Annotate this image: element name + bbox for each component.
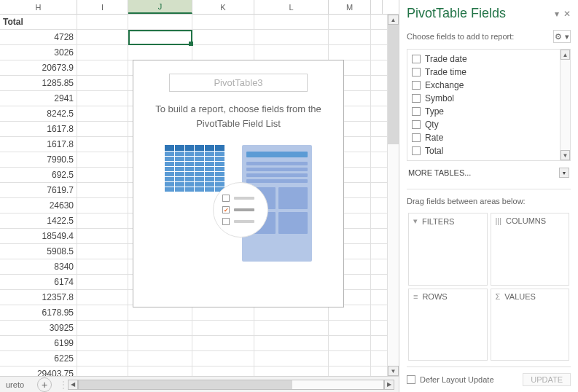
- field-item[interactable]: Exchange: [410, 79, 567, 92]
- cell[interactable]: 1422.5: [0, 213, 77, 228]
- field-checkbox[interactable]: [412, 133, 421, 142]
- cell[interactable]: [77, 91, 128, 106]
- scroll-right-icon[interactable]: ▶: [384, 380, 394, 390]
- cell[interactable]: [77, 106, 128, 121]
- cell[interactable]: [77, 275, 128, 289]
- cell[interactable]: [192, 351, 254, 366]
- cell[interactable]: [192, 30, 254, 44]
- cell[interactable]: [254, 366, 329, 376]
- field-item[interactable]: Rate: [410, 131, 567, 144]
- cell[interactable]: [77, 122, 128, 136]
- cell[interactable]: [77, 45, 128, 60]
- cell[interactable]: [77, 76, 128, 90]
- cell[interactable]: [128, 321, 192, 335]
- cell[interactable]: 7619.7: [0, 183, 77, 197]
- scroll-up-icon[interactable]: ▲: [388, 15, 399, 25]
- col-header-i[interactable]: I: [77, 0, 128, 14]
- cell[interactable]: 5908.5: [0, 244, 77, 259]
- cell[interactable]: [192, 321, 254, 335]
- cell[interactable]: 8340: [0, 259, 77, 274]
- add-sheet-button[interactable]: +: [37, 377, 52, 392]
- col-header-h[interactable]: H: [0, 0, 77, 14]
- cell[interactable]: [329, 351, 371, 366]
- field-scroll-down-icon[interactable]: ▼: [561, 150, 570, 160]
- cell[interactable]: 12357.8: [0, 290, 77, 305]
- cell[interactable]: [77, 15, 128, 29]
- cell[interactable]: [128, 15, 192, 29]
- cell[interactable]: [128, 45, 192, 60]
- grid-body[interactable]: Total4728302620673.91285.8529418242.5161…: [0, 15, 399, 376]
- cell[interactable]: [77, 366, 128, 376]
- cell[interactable]: 1617.8: [0, 137, 77, 152]
- cell[interactable]: [329, 321, 371, 335]
- cell[interactable]: [77, 321, 128, 335]
- cell[interactable]: 8242.5: [0, 106, 77, 121]
- cell[interactable]: 2941: [0, 91, 77, 106]
- cell[interactable]: [329, 305, 371, 320]
- field-checkbox[interactable]: [412, 81, 421, 90]
- cell[interactable]: [254, 15, 329, 29]
- pane-dropdown-icon[interactable]: ▾: [555, 9, 559, 19]
- cell[interactable]: [128, 305, 192, 320]
- hscroll-thumb[interactable]: [79, 380, 292, 389]
- cell[interactable]: [128, 366, 192, 376]
- cell[interactable]: [254, 336, 329, 350]
- cell[interactable]: 24630: [0, 198, 77, 213]
- field-item[interactable]: Symbol: [410, 92, 567, 105]
- pane-close-icon[interactable]: ✕: [563, 9, 571, 19]
- cell[interactable]: [329, 336, 371, 350]
- cell[interactable]: [254, 321, 329, 335]
- cell[interactable]: 6199: [0, 336, 77, 350]
- cell[interactable]: [77, 244, 128, 259]
- update-button[interactable]: UPDATE: [523, 373, 571, 386]
- cell[interactable]: [128, 351, 192, 366]
- field-item[interactable]: Trade date: [410, 52, 567, 66]
- cell[interactable]: [192, 45, 254, 60]
- area-filters[interactable]: ▾FILTERS: [408, 213, 488, 286]
- field-item[interactable]: Total: [410, 144, 567, 157]
- cell[interactable]: 20673.9: [0, 60, 77, 75]
- field-item[interactable]: Qty: [410, 118, 567, 131]
- cell[interactable]: [77, 290, 128, 305]
- field-item[interactable]: Trade time: [410, 66, 567, 79]
- cell[interactable]: [77, 336, 128, 350]
- col-header-l[interactable]: L: [254, 0, 329, 14]
- cell[interactable]: [254, 45, 329, 60]
- cell[interactable]: [329, 15, 371, 29]
- sheet-tab[interactable]: ureto: [0, 380, 30, 389]
- cell[interactable]: [192, 366, 254, 376]
- cell[interactable]: [77, 213, 128, 228]
- horizontal-scrollbar[interactable]: ◀ ▶: [68, 379, 394, 391]
- field-list[interactable]: Trade dateTrade timeExchangeSymbolTypeQt…: [407, 49, 571, 161]
- cell[interactable]: [77, 198, 128, 213]
- cell[interactable]: [254, 305, 329, 320]
- cell[interactable]: 30925: [0, 321, 77, 335]
- cell[interactable]: 6178.95: [0, 305, 77, 320]
- cell[interactable]: 18549.4: [0, 229, 77, 243]
- cell[interactable]: [128, 336, 192, 350]
- cell[interactable]: 1285.85: [0, 76, 77, 90]
- cell[interactable]: 3026: [0, 45, 77, 60]
- cell[interactable]: [128, 30, 192, 44]
- vscroll-thumb[interactable]: [388, 25, 399, 144]
- col-header-k[interactable]: K: [192, 0, 254, 14]
- cell[interactable]: [77, 183, 128, 197]
- cell[interactable]: 692.5: [0, 168, 77, 182]
- col-header-j[interactable]: J: [128, 0, 192, 14]
- cell[interactable]: [329, 30, 371, 44]
- area-rows[interactable]: ≡ROWS: [408, 289, 488, 361]
- cell[interactable]: [77, 137, 128, 152]
- cell[interactable]: [329, 366, 371, 376]
- area-columns[interactable]: |||COLUMNS: [491, 213, 570, 286]
- field-item[interactable]: Type: [410, 105, 567, 118]
- field-checkbox[interactable]: [412, 107, 421, 116]
- gear-icon[interactable]: ⚙ ▾: [553, 30, 571, 43]
- area-values[interactable]: ΣVALUES: [491, 289, 570, 361]
- cell[interactable]: 7990.5: [0, 152, 77, 167]
- field-scroll-up-icon[interactable]: ▲: [561, 50, 570, 60]
- cell[interactable]: [77, 305, 128, 320]
- cell[interactable]: 1617.8: [0, 122, 77, 136]
- cell[interactable]: [192, 305, 254, 320]
- cell[interactable]: [192, 15, 254, 29]
- cell[interactable]: 29403.75: [0, 366, 77, 376]
